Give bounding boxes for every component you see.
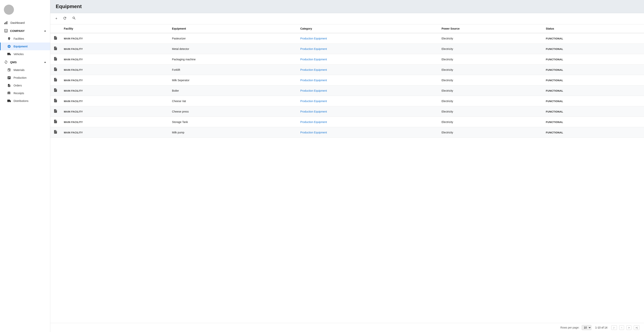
row-equipment: Storage Tank bbox=[169, 117, 297, 127]
row-icon-cell bbox=[50, 96, 61, 106]
row-icon-cell bbox=[50, 117, 61, 127]
row-facility: MAIN FACILITY bbox=[61, 75, 169, 85]
sidebar-section-company[interactable]: COMPANY ▲ bbox=[0, 27, 50, 35]
sidebar-item-materials[interactable]: Materials bbox=[0, 66, 50, 74]
table-row[interactable]: MAIN FACILITYCheese VatProduction Equipm… bbox=[50, 96, 644, 106]
row-icon-cell bbox=[50, 106, 61, 117]
add-icon: + bbox=[55, 17, 58, 21]
row-status: FUNCTIONAL bbox=[543, 106, 644, 117]
sidebar-section-qms[interactable]: QMS ▲ bbox=[0, 58, 50, 66]
document-icon bbox=[54, 100, 58, 103]
row-facility: MAIN FACILITY bbox=[61, 44, 169, 54]
sidebar-item-vehicles[interactable]: Vehicles bbox=[0, 50, 50, 58]
sidebar-item-equipment[interactable]: Equipment bbox=[0, 42, 50, 50]
sidebar: Dashboard COMPANY ▲ Facilities Equipment… bbox=[0, 0, 50, 332]
svg-rect-13 bbox=[54, 59, 56, 59]
row-facility: MAIN FACILITY bbox=[61, 65, 169, 75]
svg-rect-23 bbox=[54, 111, 56, 111]
document-icon bbox=[54, 79, 58, 83]
row-equipment: Metal detector bbox=[169, 44, 297, 54]
col-icon-header bbox=[50, 24, 61, 33]
row-category: Production Equipment bbox=[297, 33, 438, 44]
sidebar-equipment-label: Equipment bbox=[14, 45, 28, 48]
sidebar-item-receipts[interactable]: Receipts bbox=[0, 89, 50, 97]
first-page-button[interactable]: |< bbox=[611, 326, 617, 330]
search-icon bbox=[72, 16, 76, 21]
sidebar-item-orders[interactable]: Orders bbox=[0, 82, 50, 89]
sidebar-item-facilities[interactable]: Facilities bbox=[0, 35, 50, 42]
prev-page-button[interactable]: < bbox=[619, 326, 624, 330]
table-row[interactable]: MAIN FACILITYMilk SeperatorProduction Eq… bbox=[50, 75, 644, 85]
chart-bar-icon bbox=[4, 20, 8, 25]
table-row[interactable]: MAIN FACILITYForkliftProduction Equipmen… bbox=[50, 65, 644, 75]
truck-icon bbox=[7, 52, 11, 56]
sidebar-item-distributions[interactable]: Distributions bbox=[0, 97, 50, 105]
row-status: FUNCTIONAL bbox=[543, 44, 644, 54]
row-status: FUNCTIONAL bbox=[543, 75, 644, 85]
row-power-source: Electricity bbox=[438, 75, 543, 85]
table-row[interactable]: MAIN FACILITYPackaging machineProduction… bbox=[50, 54, 644, 65]
row-facility: MAIN FACILITY bbox=[61, 96, 169, 106]
orders-icon bbox=[7, 83, 11, 88]
refresh-button[interactable] bbox=[62, 15, 68, 22]
sidebar-orders-label: Orders bbox=[14, 84, 22, 87]
production-icon bbox=[7, 76, 11, 80]
pagination-range: 1-10 of 14 bbox=[595, 326, 608, 329]
sidebar-materials-label: Materials bbox=[14, 68, 24, 71]
row-facility: MAIN FACILITY bbox=[61, 117, 169, 127]
svg-rect-19 bbox=[54, 90, 56, 90]
row-category: Production Equipment bbox=[297, 117, 438, 127]
add-button[interactable]: + bbox=[54, 16, 58, 21]
page-title: Equipment bbox=[56, 3, 638, 9]
rows-per-page-select[interactable]: 5102550 bbox=[582, 325, 592, 330]
row-status: FUNCTIONAL bbox=[543, 65, 644, 75]
table-row[interactable]: MAIN FACILITYMilk pumpProduction Equipme… bbox=[50, 127, 644, 138]
svg-rect-7 bbox=[6, 31, 7, 31]
svg-rect-22 bbox=[54, 101, 56, 101]
document-icon bbox=[54, 68, 58, 72]
col-facility-header: Facility bbox=[61, 24, 169, 33]
row-equipment: Cheese Vat bbox=[169, 96, 297, 106]
document-icon bbox=[54, 131, 58, 135]
row-power-source: Electricity bbox=[438, 127, 543, 138]
table-header-row: Facility Equipment Category Power Source… bbox=[50, 24, 644, 33]
chevron-up-icon-qms: ▲ bbox=[44, 61, 46, 63]
search-button[interactable] bbox=[71, 15, 77, 22]
table-row[interactable]: MAIN FACILITYMetal detectorProduction Eq… bbox=[50, 44, 644, 54]
sidebar-item-production[interactable]: Production bbox=[0, 74, 50, 82]
table-row[interactable]: MAIN FACILITYStorage TankProduction Equi… bbox=[50, 117, 644, 127]
sidebar-item-dashboard[interactable]: Dashboard bbox=[0, 18, 50, 27]
svg-rect-5 bbox=[6, 30, 7, 30]
row-power-source: Electricity bbox=[438, 54, 543, 65]
row-status: FUNCTIONAL bbox=[543, 127, 644, 138]
row-status: FUNCTIONAL bbox=[543, 96, 644, 106]
table-row[interactable]: MAIN FACILITYPasteurizerProduction Equip… bbox=[50, 33, 644, 44]
row-icon-cell bbox=[50, 44, 61, 54]
table-row[interactable]: MAIN FACILITYCheese pressProduction Equi… bbox=[50, 106, 644, 117]
col-equipment-header: Equipment bbox=[169, 24, 297, 33]
row-icon-cell bbox=[50, 54, 61, 65]
sidebar-distributions-label: Distributions bbox=[14, 99, 28, 102]
svg-rect-26 bbox=[54, 122, 56, 122]
row-facility: MAIN FACILITY bbox=[61, 33, 169, 44]
row-facility: MAIN FACILITY bbox=[61, 106, 169, 117]
svg-rect-15 bbox=[54, 69, 56, 70]
document-icon bbox=[54, 58, 58, 62]
col-status-header: Status bbox=[543, 24, 644, 33]
row-facility: MAIN FACILITY bbox=[61, 85, 169, 96]
row-icon-cell bbox=[50, 33, 61, 44]
document-icon bbox=[54, 110, 58, 114]
row-equipment: Packaging machine bbox=[169, 54, 297, 65]
svg-rect-12 bbox=[54, 49, 56, 49]
svg-rect-20 bbox=[54, 91, 56, 91]
row-power-source: Electricity bbox=[438, 44, 543, 54]
next-page-button[interactable]: > bbox=[626, 326, 632, 330]
row-equipment: Milk Seperator bbox=[169, 75, 297, 85]
last-page-button[interactable]: >| bbox=[634, 326, 639, 330]
table-row[interactable]: MAIN FACILITYBoilerProduction EquipmentE… bbox=[50, 85, 644, 96]
equipment-table-container: Facility Equipment Category Power Source… bbox=[50, 24, 644, 323]
row-status: FUNCTIONAL bbox=[543, 33, 644, 44]
col-category-header: Category bbox=[297, 24, 438, 33]
rows-per-page-label: Rows per page: bbox=[560, 326, 580, 329]
row-icon-cell bbox=[50, 75, 61, 85]
